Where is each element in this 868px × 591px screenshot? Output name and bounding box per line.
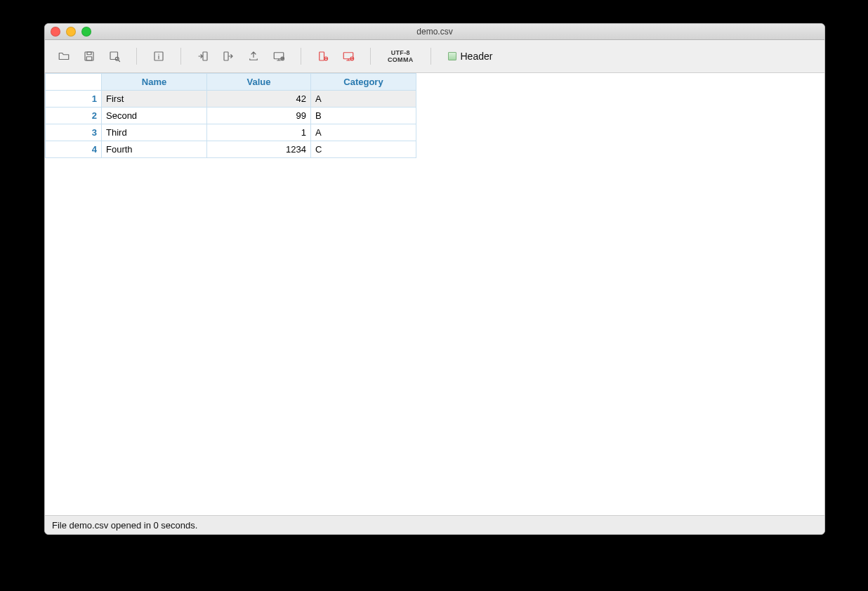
toolbar-separator [301, 48, 301, 65]
toolbar-separator [136, 48, 137, 65]
table-row[interactable]: 1First42A [46, 91, 416, 108]
svg-rect-10 [320, 52, 324, 60]
cell-value[interactable]: 1234 [207, 141, 311, 158]
encoding-line2: COMMA [388, 56, 414, 63]
column-header-value[interactable]: Value [207, 74, 311, 91]
encoding-line1: UTF-8 [388, 49, 414, 56]
window-title: demo.csv [45, 27, 824, 37]
content-area: Name Value Category 1First42A2Second99B3… [45, 73, 824, 515]
app-window: demo.csv [44, 23, 825, 535]
row-number-header[interactable] [46, 74, 102, 91]
encoding-selector[interactable]: UTF-8 COMMA [383, 49, 418, 63]
titlebar: demo.csv [45, 24, 824, 40]
cell-name[interactable]: Fourth [102, 141, 207, 158]
status-text: File demo.csv opened in 0 seconds. [52, 520, 197, 531]
row-number[interactable]: 3 [46, 124, 102, 141]
open-file-icon[interactable] [55, 47, 73, 65]
cell-value[interactable]: 1 [207, 124, 311, 141]
header-toggle[interactable]: Header [448, 51, 493, 62]
svg-rect-2 [86, 57, 92, 60]
svg-rect-1 [87, 52, 91, 55]
cell-name[interactable]: Third [102, 124, 207, 141]
header-checkbox-icon [448, 52, 456, 60]
table-row[interactable]: 4Fourth1234C [46, 141, 416, 158]
row-number[interactable]: 1 [46, 91, 102, 108]
screen-add-icon[interactable] [270, 47, 288, 65]
cell-category[interactable]: C [311, 141, 416, 158]
cell-category[interactable]: A [311, 91, 416, 108]
row-number[interactable]: 4 [46, 141, 102, 158]
cell-value[interactable]: 99 [207, 108, 311, 124]
toolbar-separator [180, 48, 181, 65]
delete-column-icon[interactable] [314, 47, 332, 65]
upload-icon[interactable] [244, 47, 263, 65]
toolbar-separator [370, 48, 371, 65]
data-table[interactable]: Name Value Category 1First42A2Second99B3… [45, 73, 416, 158]
cell-name[interactable]: First [102, 91, 207, 108]
svg-rect-7 [224, 52, 228, 60]
info-icon[interactable] [150, 47, 168, 65]
cell-value[interactable]: 42 [207, 91, 311, 108]
cell-category[interactable]: B [311, 108, 416, 124]
traffic-lights [51, 27, 91, 37]
table-row[interactable]: 2Second99B [46, 108, 416, 124]
column-header-name[interactable]: Name [102, 74, 207, 91]
close-window-button[interactable] [51, 27, 60, 37]
minimize-window-button[interactable] [66, 27, 76, 37]
svg-rect-12 [343, 53, 353, 59]
delete-screen-icon[interactable] [339, 47, 357, 65]
toolbar: UTF-8 COMMA Header [45, 40, 824, 73]
zoom-window-button[interactable] [81, 27, 91, 37]
header-toggle-label: Header [461, 51, 493, 62]
cell-category[interactable]: A [311, 124, 416, 141]
save-search-icon[interactable] [105, 47, 124, 65]
save-file-icon[interactable] [80, 47, 98, 65]
toolbar-separator [430, 48, 431, 65]
row-number[interactable]: 2 [46, 108, 102, 124]
export-column-icon[interactable] [219, 47, 237, 65]
import-column-icon[interactable] [194, 47, 212, 65]
cell-name[interactable]: Second [102, 108, 207, 124]
svg-rect-3 [110, 52, 118, 60]
status-bar: File demo.csv opened in 0 seconds. [45, 515, 824, 534]
table-row[interactable]: 3Third1A [46, 124, 416, 141]
svg-rect-6 [203, 52, 207, 60]
column-header-category[interactable]: Category [311, 74, 416, 91]
